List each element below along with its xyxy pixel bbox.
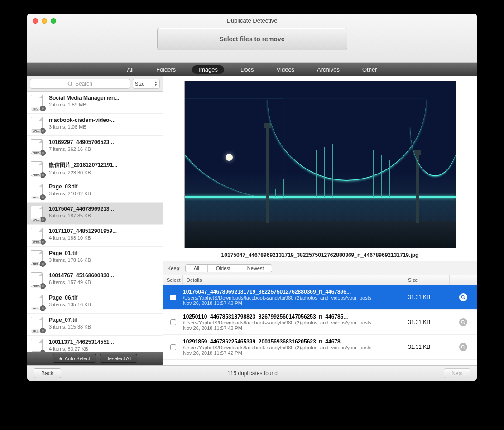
close-icon[interactable] (33, 18, 38, 24)
reveal-button[interactable] (459, 318, 467, 326)
duplicate-group-item[interactable]: TIFF Page_06.tif 3 items, 135.16 KB (27, 291, 163, 314)
duplicate-group-item[interactable]: JPEG 10169297_44905706523... 7 items, 26… (27, 136, 163, 158)
search-placeholder: Search (75, 81, 92, 87)
duplicate-groups-list[interactable]: PNG Social Media Managemen... 2 items, 1… (27, 92, 163, 352)
deselect-all-button[interactable]: Deselect All (100, 354, 137, 363)
tab-folders[interactable]: Folders (150, 65, 182, 74)
duplicate-group-item[interactable]: JPEG macbook-cisdem-video-... 3 items, 1… (27, 114, 163, 136)
file-size: 31.31 KB (404, 319, 450, 325)
svg-point-0 (68, 82, 72, 85)
filetype-badge: JPEG (32, 129, 41, 133)
chevron-updown-icon: ▲▼ (154, 81, 158, 87)
col-select[interactable]: Select (163, 275, 183, 285)
file-text: Page_01.tif 3 items, 178.16 KB (49, 250, 159, 266)
search-input[interactable]: Search (30, 79, 130, 89)
file-icon: TIFF (31, 184, 44, 199)
search-row: Search Size ▲▼ (27, 76, 163, 92)
filetype-badge: TIFF (32, 307, 39, 310)
file-select-cell (163, 319, 183, 325)
filetype-badge: JPEG (32, 151, 41, 155)
keep-option-oldest[interactable]: Oldest (208, 265, 239, 272)
reveal-button[interactable] (459, 293, 467, 301)
main-panel: 10175047_446789692131719_382257501276288… (163, 76, 477, 365)
magnifier-icon (461, 345, 466, 349)
file-row[interactable]: 10175047_446789692131719_382257501276288… (163, 285, 477, 310)
duplicate-group-item[interactable]: JPEG 10011371_44625314551... 4 items, 83… (27, 336, 163, 352)
file-select-cell (163, 295, 183, 300)
tab-images[interactable]: Images (192, 65, 224, 74)
group-name: Page_01.tif (49, 250, 159, 256)
group-name: Social Media Managemen... (49, 95, 159, 101)
group-meta: 2 items, 1.89 MB (49, 102, 159, 107)
group-name: Page_06.tif (49, 295, 159, 301)
duplicate-group-item[interactable]: JPEG 10014767_45168600830... 6 items, 15… (27, 269, 163, 291)
file-details: 10175047_446789692131719_382257501276288… (183, 285, 404, 309)
file-date: Nov 26, 2018 11:57:42 PM (183, 325, 401, 331)
filetype-badge: PNG (32, 107, 39, 111)
svg-line-7 (464, 348, 465, 349)
file-path: /Users/YaphetS/Downloads/facebook-sandyt… (183, 345, 401, 350)
tab-archives[interactable]: Archives (311, 65, 346, 74)
content-body: Search Size ▲▼ PNG Social Media Manageme… (27, 76, 477, 365)
file-date: Nov 26, 2018 11:57:42 PM (183, 350, 401, 356)
group-meta: 2 items, 223.30 KB (49, 170, 159, 175)
svg-line-3 (464, 298, 465, 299)
duplicate-group-item[interactable]: PNG Social Media Managemen... 2 items, 1… (27, 92, 163, 114)
duplicate-group-item[interactable]: JPEG 10171107_448512901959... 4 items, 1… (27, 225, 163, 247)
tab-other[interactable]: Other (356, 65, 384, 74)
auto-select-label: Auto Select (65, 356, 90, 361)
tab-all[interactable]: All (121, 65, 140, 74)
keep-option-all[interactable]: All (186, 265, 208, 272)
keep-option-newest[interactable]: Newest (239, 265, 272, 272)
keep-label: Keep: (168, 266, 181, 271)
duplicate-group-item[interactable]: TIFF Page_03.tif 3 items, 210.62 KB (27, 180, 163, 203)
minimize-icon[interactable] (42, 18, 47, 24)
filetype-badge: JPEG (32, 351, 41, 352)
file-row[interactable]: 10250110_446785318798823_826799256014705… (163, 310, 477, 335)
file-icon: JPEG (31, 117, 44, 132)
file-row[interactable]: 10291859_446786225465399_200356936831620… (163, 335, 477, 360)
filetype-badge: JPEG (32, 174, 41, 177)
group-name: Page_03.tif (49, 184, 159, 190)
file-icon: TIFF (31, 250, 44, 266)
reveal-button[interactable] (459, 343, 467, 351)
keep-segmented-control[interactable]: AllOldestNewest (185, 264, 273, 272)
duplicate-group-item[interactable]: JPEG 微信图片_2018120712191... 2 items, 223.… (27, 158, 163, 180)
file-list[interactable]: 10175047_446789692131719_382257501276288… (163, 285, 477, 365)
titlebar: Duplicate Detective Select files to remo… (27, 14, 477, 63)
col-size[interactable]: Size (404, 275, 450, 285)
file-details: 10291859_446786225465399_200356936831620… (183, 335, 404, 359)
svg-point-6 (461, 345, 464, 348)
auto-select-button[interactable]: ★ Auto Select (53, 354, 96, 363)
group-meta: 3 items, 178.16 KB (49, 257, 159, 263)
group-name: 10171107_448512901959... (49, 228, 159, 234)
tab-videos[interactable]: Videos (270, 65, 301, 74)
file-text: Page_06.tif 3 items, 135.16 KB (49, 295, 159, 310)
checkbox[interactable] (170, 344, 176, 350)
group-meta: 6 items, 187.85 KB (49, 213, 159, 218)
duplicate-group-item[interactable]: JPEG 10175047_44678969213... 6 items, 18… (27, 203, 163, 225)
next-button[interactable]: Next (444, 368, 470, 378)
tab-docs[interactable]: Docs (234, 65, 260, 74)
col-actions (450, 275, 477, 285)
group-meta: 4 items, 83.27 KB (49, 346, 159, 352)
file-text: 10014767_45168600830... 6 items, 157.49 … (49, 272, 159, 288)
zoom-icon[interactable] (51, 18, 56, 24)
banner: Select files to remove (157, 28, 347, 50)
checkbox[interactable] (170, 319, 176, 325)
file-icon: JPEG (31, 228, 44, 243)
duplicate-group-item[interactable]: TIFF Page_01.tif 3 items, 178.16 KB (27, 247, 163, 269)
back-button[interactable]: Back (34, 368, 61, 378)
status-text: 115 duplicates found (227, 370, 278, 377)
col-details[interactable]: Details (183, 275, 404, 285)
filetype-badge: TIFF (32, 196, 39, 199)
duplicate-group-item[interactable]: TIFF Page_07.tif 3 items, 115.38 KB (27, 314, 163, 336)
file-actions (450, 293, 477, 301)
sort-select[interactable]: Size ▲▼ (133, 79, 160, 89)
sidebar: Search Size ▲▼ PNG Social Media Manageme… (27, 76, 163, 365)
group-name: macbook-cisdem-video-... (49, 117, 159, 123)
preview-filename: 10175047_446789692131719_382257501276288… (172, 252, 468, 258)
checkbox[interactable] (170, 295, 176, 300)
preview-area: 10175047_446789692131719_382257501276288… (163, 76, 477, 261)
file-text: Page_07.tif 3 items, 115.38 KB (49, 317, 159, 332)
